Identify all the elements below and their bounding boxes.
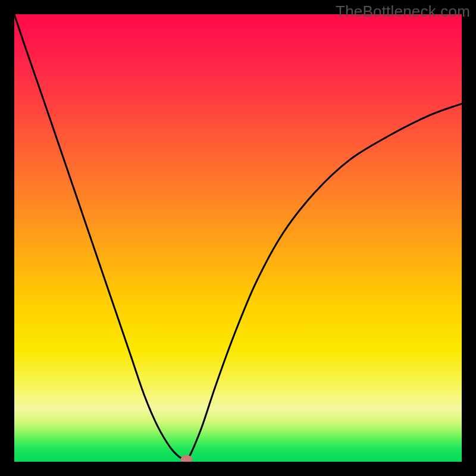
watermark-label: TheBottleneck.com [336, 2, 470, 21]
chart-frame: TheBottleneck.com [0, 0, 476, 476]
plot-outer [14, 14, 462, 462]
plot-area [14, 14, 462, 462]
optimum-marker [181, 455, 193, 462]
curve-svg [14, 14, 462, 462]
bottleneck-curve [14, 14, 462, 459]
